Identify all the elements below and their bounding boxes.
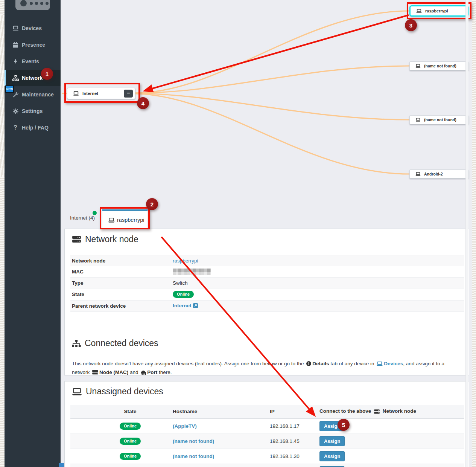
server-icon: [374, 409, 380, 415]
sitemap-icon: [12, 75, 19, 81]
ip-value: 192.168.1.17: [269, 418, 319, 433]
external-link-icon[interactable]: [193, 303, 198, 309]
annotation-step-3: 3: [405, 19, 417, 31]
table-row: Network node raspberrypi: [70, 255, 464, 266]
table-row: State Online: [70, 288, 464, 301]
table-row: MAC: [70, 266, 464, 278]
devices-page-link[interactable]: Devices: [384, 361, 403, 366]
sidebar-item-presence[interactable]: Presence: [5, 37, 61, 53]
annotation-step-1: 1: [41, 68, 53, 80]
field-label: State: [70, 288, 171, 301]
field-label: Type: [70, 278, 171, 288]
network-node-section-header: Network node: [65, 229, 469, 249]
sidebar-menu: Devices Presence Events Network Maintena…: [5, 20, 61, 136]
field-label: Network node: [70, 255, 171, 266]
annotation-step-2: 2: [146, 198, 158, 210]
node-mac-emphasis: Node (MAC): [99, 369, 128, 375]
mac-redacted-value: [173, 269, 211, 275]
sidebar-item-label: Network: [22, 75, 43, 81]
question-icon: ?: [12, 124, 19, 131]
status-badge: Online: [120, 453, 141, 460]
status-badge: Online: [120, 423, 141, 430]
sidebar-item-label: Presence: [22, 42, 45, 48]
main-content: Internet − raspberrypi (name not found) …: [61, 0, 472, 467]
topology-node-android-2[interactable]: Android-2: [409, 169, 469, 179]
table-header-row: State Hostname IP Connect to the above N…: [70, 405, 464, 418]
info-circle-icon: [306, 360, 311, 368]
new-feature-badge: NEW: [5, 85, 14, 93]
table-row: Online (name not found) 192.168.1.30 Ass…: [70, 449, 464, 464]
sidebar-item-label: Maintenance: [22, 92, 54, 98]
server-icon: [72, 236, 81, 243]
table-row: Parent network device Internet: [70, 301, 464, 312]
annotation-box-internet-node: [64, 83, 140, 103]
unassigned-devices-panel: Unassigned devices State Hostname IP Con…: [64, 381, 469, 467]
annotation-step-4: 4: [137, 97, 149, 109]
node-name-link[interactable]: raspberrypi: [173, 258, 198, 264]
network-node-details-table: Network node raspberrypi MAC Type Switch…: [70, 255, 464, 312]
status-badge: Online: [173, 291, 194, 298]
column-header-connect: Connect to the above Network node: [319, 405, 464, 418]
sidebar-item-help[interactable]: ? Help / FAQ: [5, 119, 61, 136]
table-row: Online (name not found) 192.168.1.57 Ass…: [70, 464, 464, 467]
sidebar-item-label: Settings: [22, 108, 43, 114]
annotation-step-5: 5: [338, 419, 350, 431]
hostname-link[interactable]: (name not found): [173, 438, 214, 444]
ip-value: 192.168.1.45: [269, 433, 319, 449]
sitemap-icon: [72, 340, 81, 347]
port-emphasis: Port: [147, 369, 157, 375]
sidebar-item-devices[interactable]: Devices: [5, 20, 61, 37]
sidebar: Devices Presence Events Network Maintena…: [5, 0, 61, 467]
node-label: (name not found): [424, 118, 456, 122]
assign-button[interactable]: Assign: [319, 436, 345, 446]
laptop-icon: [415, 118, 421, 122]
sidebar-item-label: Events: [22, 58, 39, 64]
bolt-icon: [12, 58, 19, 65]
node-label: Android-2: [424, 172, 443, 176]
ip-value: 192.168.1.57: [269, 464, 319, 467]
logo-led-large: [20, 0, 27, 6]
field-label: MAC: [70, 266, 171, 278]
scroll-corner-button[interactable]: [59, 463, 64, 467]
vertical-scrollbar[interactable]: [465, 0, 468, 467]
gear-icon: [12, 108, 19, 114]
laptop-icon: [415, 172, 421, 176]
hostname-link[interactable]: (AppleTV): [173, 423, 197, 429]
hostname-link[interactable]: (name not found): [173, 453, 214, 459]
unassigned-devices-section-header: Unassigned devices: [65, 382, 469, 400]
topology-node-unnamed-2[interactable]: (name not found): [409, 115, 469, 124]
topology-node-unnamed-1[interactable]: (name not found): [409, 61, 469, 70]
table-row: Online (AppleTV) 192.168.1.17 Assign: [70, 418, 464, 433]
parent-device-link[interactable]: Internet: [173, 303, 192, 308]
calendar-icon: [12, 41, 19, 48]
status-badge: Online: [120, 438, 141, 445]
sidebar-item-label: Help / FAQ: [22, 125, 49, 131]
network-node-panel: Network node Network node raspberrypi MA…: [64, 229, 469, 375]
online-dot-internet-tab: [93, 211, 97, 215]
unassigned-devices-table: State Hostname IP Connect to the above N…: [70, 405, 464, 467]
type-value: Switch: [171, 278, 464, 288]
section-title: Unassigned devices: [86, 386, 163, 397]
section-title: Connected devices: [85, 338, 158, 348]
laptop-icon: [377, 360, 383, 368]
sidebar-item-label: Devices: [22, 25, 42, 31]
table-row: Online (name not found) 192.168.1.45 Ass…: [70, 433, 464, 449]
column-header-hostname: Hostname: [172, 405, 269, 418]
sidebar-item-events[interactable]: Events: [5, 53, 61, 70]
connected-devices-section-header: Connected devices: [65, 333, 469, 353]
assign-button[interactable]: Assign: [319, 451, 345, 461]
column-header-state: State: [70, 405, 172, 418]
tab-internet[interactable]: Internet (4): [70, 215, 95, 221]
column-header-ip: IP: [269, 405, 319, 418]
laptop-icon: [72, 388, 82, 395]
ethernet-port-icon: [141, 369, 146, 377]
wallpaper-right-edge: [472, 0, 476, 467]
no-assigned-devices-message: This network node doesn't have any assig…: [72, 360, 458, 377]
sidebar-item-settings[interactable]: Settings: [5, 103, 61, 119]
section-title: Network node: [85, 234, 138, 244]
server-icon: [92, 369, 98, 377]
app-logo: [15, 0, 50, 10]
annotation-box-raspberrypi-node: [407, 2, 471, 19]
details-emphasis: Details: [312, 361, 329, 366]
laptop-icon: [12, 25, 19, 32]
